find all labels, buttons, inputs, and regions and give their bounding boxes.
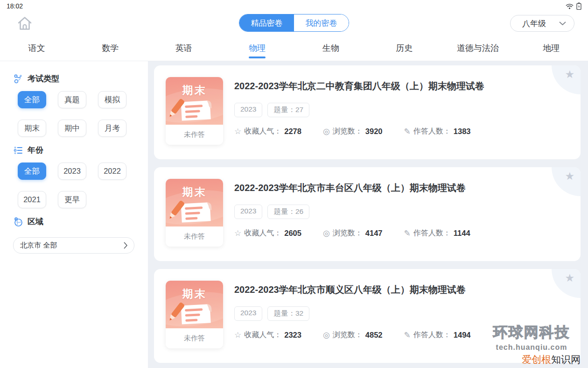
subject-tab-bar: 语文 数学 英语 物理 生物 历史 道德与法治 地理 — [0, 36, 588, 61]
paper-badges: 2023 题量：26 — [234, 205, 547, 219]
year-badge: 2023 — [234, 205, 262, 219]
paper-thumbnail: 期末 未作答 — [166, 281, 223, 348]
year-list-icon — [13, 145, 23, 156]
question-count-badge: 题量：26 — [267, 205, 309, 219]
favorites-count: 2278 — [284, 127, 301, 136]
tab-chinese[interactable]: 语文 — [0, 36, 74, 61]
filter-exam-type-real[interactable]: 真题 — [58, 91, 86, 108]
filter-exam-type-final[interactable]: 期末 — [18, 120, 46, 137]
views-stat: ◎浏览数：3920 — [323, 127, 383, 136]
paper-stats: ☆收藏人气：2323 ◎浏览数：4852 ✎作答人数：1494 — [234, 330, 547, 340]
paper-pencil-illustration — [166, 95, 223, 125]
paper-badges: 2023 题量：32 — [234, 306, 547, 321]
answers-count: 1494 — [454, 331, 471, 340]
pencil-icon: ✎ — [404, 330, 411, 340]
grade-dropdown[interactable]: 八年级 — [510, 15, 574, 32]
filter-exam-type-monthly[interactable]: 月考 — [98, 120, 126, 137]
tab-math[interactable]: 数学 — [74, 36, 147, 61]
answers-stat: ✎作答人数：1144 — [404, 228, 470, 238]
pencil-icon: ✎ — [404, 127, 411, 136]
tab-physics[interactable]: 物理 — [221, 36, 294, 61]
views-count: 3920 — [365, 127, 383, 136]
paper-stats: ☆收藏人气：2278 ◎浏览数：3920 ✎作答人数：1383 — [234, 127, 547, 136]
status-icons — [566, 2, 581, 10]
paper-title: 2022-2023学年北京二中教育集团八年级（上）期末物理试卷 — [234, 80, 547, 92]
star-outline-icon: ☆ — [234, 330, 241, 340]
eye-icon: ◎ — [323, 127, 330, 136]
question-count-badge: 题量：27 — [267, 103, 309, 117]
filter-year-earlier[interactable]: 更早 — [58, 191, 86, 208]
region-globe-icon — [13, 217, 23, 227]
status-bar: 18:02 — [0, 0, 588, 10]
paper-pencil-illustration — [166, 298, 223, 328]
eye-icon: ◎ — [323, 228, 330, 238]
tab-morality-law[interactable]: 道德与法治 — [441, 36, 515, 61]
thumbnail-cover: 期末 — [166, 77, 223, 125]
tab-history[interactable]: 历史 — [368, 36, 441, 61]
exam-type-icon — [13, 74, 23, 84]
filter-year-2021[interactable]: 2021 — [18, 191, 46, 208]
segment-my-papers[interactable]: 我的密卷 — [294, 14, 349, 31]
answers-stat: ✎作答人数：1494 — [404, 330, 471, 340]
thumbnail-cover: 期末 — [166, 179, 223, 226]
paper-title: 2022-2023学年北京市顺义区八年级（上）期末物理试卷 — [234, 283, 547, 296]
filter-exam-type-mock[interactable]: 模拟 — [98, 91, 126, 108]
favorites-stat: ☆收藏人气：2278 — [234, 127, 301, 136]
wifi-icon — [566, 3, 574, 9]
header: 精品密卷 我的密卷 八年级 — [0, 10, 588, 36]
grade-dropdown-value: 八年级 — [522, 18, 546, 29]
year-options: 全部 2023 2022 2021 更早 — [18, 163, 135, 208]
region-selector-value: 北京市 全部 — [20, 241, 57, 250]
paper-badges: 2023 题量：27 — [234, 103, 547, 117]
home-button[interactable] — [15, 14, 34, 33]
filter-year-2022[interactable]: 2022 — [98, 163, 126, 180]
thumbnail-cover: 期末 — [166, 281, 223, 328]
tab-geography[interactable]: 地理 — [515, 36, 588, 61]
filter-year-2023[interactable]: 2023 — [58, 163, 86, 180]
tab-biology[interactable]: 生物 — [294, 36, 368, 61]
paper-list: ★ 期末 未作答 2022-2023学年北京二中教育集团八年级（上）期末物理试卷… — [148, 61, 588, 368]
clock: 18:02 — [7, 2, 23, 10]
paper-card[interactable]: ★ 期末 未作答 2022-2023学年北京市顺义区八年级（上）期末物理试卷 2… — [154, 269, 581, 363]
battery-icon — [576, 2, 581, 10]
filter-year-all[interactable]: 全部 — [18, 163, 46, 180]
favorite-star-icon[interactable]: ★ — [565, 171, 574, 182]
filter-exam-type-all[interactable]: 全部 — [18, 91, 46, 108]
paper-title: 2022-2023学年北京市丰台区八年级（上）期末物理试卷 — [234, 182, 547, 194]
paper-card[interactable]: ★ 期末 未作答 2022-2023学年北京二中教育集团八年级（上）期末物理试卷… — [154, 65, 581, 159]
favorites-stat: ☆收藏人气：2323 — [234, 330, 301, 340]
favorites-stat: ☆收藏人气：2605 — [234, 228, 301, 238]
filter-exam-type-midterm[interactable]: 期中 — [58, 120, 86, 137]
filter-section-region: 区域 — [13, 216, 135, 227]
paper-thumbnail: 期末 未作答 — [166, 179, 223, 247]
paper-card[interactable]: ★ 期末 未作答 2022-2023学年北京市丰台区八年级（上）期末物理试卷 2… — [154, 167, 581, 261]
favorite-star-icon[interactable]: ★ — [565, 273, 574, 283]
answers-count: 1383 — [454, 127, 471, 136]
paper-info: 2022-2023学年北京二中教育集团八年级（上）期末物理试卷 2023 题量：… — [234, 80, 547, 136]
answer-status: 未作答 — [166, 226, 223, 247]
filter-section-year: 年份 — [13, 145, 135, 156]
paper-stats: ☆收藏人气：2605 ◎浏览数：4147 ✎作答人数：1144 — [234, 228, 547, 238]
star-outline-icon: ☆ — [234, 228, 241, 238]
paper-thumbnail: 期末 未作答 — [166, 77, 223, 145]
chevron-down-icon — [559, 21, 566, 26]
tab-english[interactable]: 英语 — [147, 36, 221, 61]
answer-status: 未作答 — [166, 328, 223, 348]
filter-section-title: 年份 — [28, 145, 43, 156]
favorites-count: 2605 — [284, 229, 301, 238]
views-count: 4147 — [365, 229, 383, 238]
paper-info: 2022-2023学年北京市顺义区八年级（上）期末物理试卷 2023 题量：32… — [234, 283, 547, 340]
segment-premium-papers[interactable]: 精品密卷 — [239, 14, 294, 31]
filter-section-title: 区域 — [28, 216, 43, 227]
eye-icon: ◎ — [323, 330, 330, 340]
filter-sidebar: 考试类型 全部 真题 模拟 期末 期中 月考 年份 全部 2023 2022 2… — [0, 61, 148, 368]
filter-section-title: 考试类型 — [28, 73, 59, 84]
region-selector[interactable]: 北京市 全部 — [13, 237, 134, 254]
filter-section-exam-type: 考试类型 — [13, 73, 135, 84]
views-count: 4852 — [365, 331, 383, 340]
favorite-star-icon[interactable]: ★ — [565, 69, 574, 80]
views-stat: ◎浏览数：4147 — [323, 228, 383, 238]
year-badge: 2023 — [234, 306, 262, 321]
pencil-icon: ✎ — [404, 228, 411, 238]
views-stat: ◎浏览数：4852 — [323, 330, 383, 340]
